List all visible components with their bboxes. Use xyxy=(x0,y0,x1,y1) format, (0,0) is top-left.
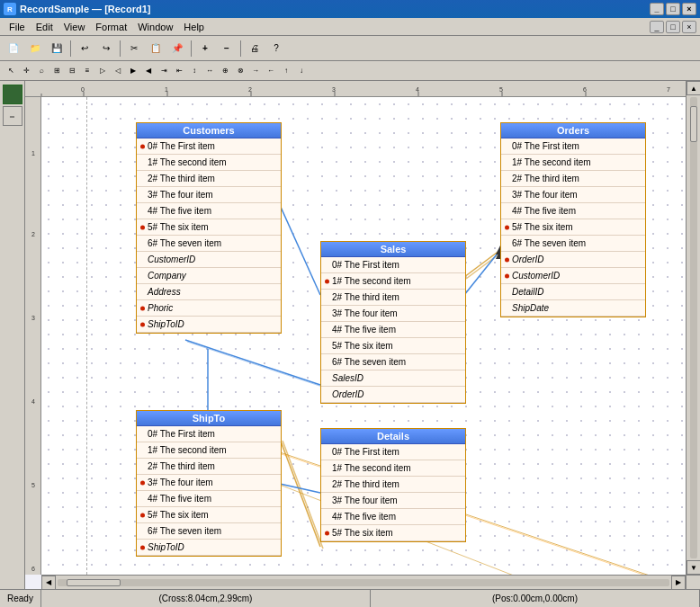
tb-remove[interactable]: − xyxy=(217,39,237,58)
tb-print[interactable]: 🖨 xyxy=(245,39,265,58)
svg-line-22 xyxy=(280,439,320,547)
scroll-left-btn[interactable]: ◀ xyxy=(41,576,56,590)
customers-row-4: 4# The five item xyxy=(137,203,281,219)
sales-field-salesid: SalesID xyxy=(321,370,465,387)
scroll-v-thumb[interactable] xyxy=(690,106,697,142)
customers-row-3: 3# The four item xyxy=(137,187,281,203)
scroll-down-btn[interactable]: ▼ xyxy=(687,560,700,575)
tb2-b13[interactable]: ⊗ xyxy=(233,64,247,78)
menu-help[interactable]: Help xyxy=(178,20,210,34)
tb2-b7[interactable]: ◀ xyxy=(141,64,156,78)
tb2-move[interactable]: ✛ xyxy=(19,64,33,78)
svg-line-36 xyxy=(187,342,322,387)
svg-text:1: 1 xyxy=(31,150,35,156)
svg-text:6: 6 xyxy=(583,86,587,93)
orders-row-3: 3# The four item xyxy=(501,187,645,203)
sales-row-1: 1# The second item xyxy=(321,273,465,290)
tb-copy[interactable]: 📋 xyxy=(146,39,166,58)
orders-row-1: 1# The second item xyxy=(501,155,645,171)
shipto-header: ShipTo xyxy=(137,411,281,426)
orders-row-2: 2# The third item xyxy=(501,171,645,187)
sales-field-orderid: OrderID xyxy=(321,387,465,403)
tb2-b10[interactable]: ↕ xyxy=(187,64,202,78)
maximize-button[interactable]: □ xyxy=(666,3,680,15)
tb2-b15[interactable]: ← xyxy=(264,64,278,78)
ruler-top: 0 1 2 3 4 5 6 7 xyxy=(25,81,686,97)
orders-field-detailid: DetailID xyxy=(501,284,645,300)
orders-row-0: 0# The First item xyxy=(501,138,645,155)
orders-row-6: 6# The seven item xyxy=(501,236,645,252)
scroll-v-track[interactable] xyxy=(690,97,697,558)
shipto-row-6: 6# The seven item xyxy=(137,523,281,540)
scroll-right-btn[interactable]: ▶ xyxy=(671,576,686,590)
tb2-b2[interactable]: ⊟ xyxy=(65,64,79,78)
svg-line-35 xyxy=(185,340,320,385)
tb2-cursor[interactable]: ↖ xyxy=(4,64,18,78)
tool-color1[interactable] xyxy=(3,85,22,104)
tb2-b8[interactable]: ⇥ xyxy=(157,64,171,78)
menu-window[interactable]: Window xyxy=(132,20,178,34)
details-row-4: 4# The five item xyxy=(321,509,465,525)
scroll-h-track[interactable] xyxy=(58,579,669,586)
toolbar-main: 📄 📁 💾 ↩ ↪ ✂ 📋 📌 + − 🖨 ? xyxy=(0,36,700,61)
orders-table: Orders 0# The First item 1# The second i… xyxy=(500,122,646,317)
customers-table: Customers 0# The First item 1# The secon… xyxy=(136,122,282,334)
menu-file[interactable]: File xyxy=(4,20,31,34)
sales-row-6: 6# The seven item xyxy=(321,354,465,370)
tb2-b5[interactable]: ◁ xyxy=(111,64,125,78)
tb-cut[interactable]: ✂ xyxy=(124,39,144,58)
tb2-b12[interactable]: ⊕ xyxy=(218,64,232,78)
tb-redo[interactable]: ↪ xyxy=(96,39,116,58)
tool-color2[interactable]: ═ xyxy=(3,106,22,126)
shipto-table: ShipTo 0# The First item 1# The second i… xyxy=(136,410,282,557)
shipto-row-2: 2# The third item xyxy=(137,459,281,475)
status-pos: (Pos:0.00cm,0.00cm) xyxy=(371,590,700,607)
tb2-b14[interactable]: → xyxy=(248,64,263,78)
status-cross: (Cross:8.04cm,2.99cm) xyxy=(41,590,371,607)
svg-text:7: 7 xyxy=(667,86,670,93)
inner-close-button[interactable]: × xyxy=(682,21,696,33)
tb2-b9[interactable]: ⇤ xyxy=(172,64,186,78)
scroll-h-thumb[interactable] xyxy=(67,579,121,586)
tb2-b1[interactable]: ⊞ xyxy=(49,64,64,78)
orders-row-5: 5# The six item xyxy=(501,219,645,236)
tb2-b3[interactable]: ≡ xyxy=(80,64,94,78)
inner-restore-button[interactable]: □ xyxy=(666,21,680,33)
canvas-content[interactable]: Customers 0# The First item 1# The secon… xyxy=(41,97,686,575)
tb-paste[interactable]: 📌 xyxy=(167,39,187,58)
svg-text:2: 2 xyxy=(31,231,35,237)
svg-text:2: 2 xyxy=(248,86,252,93)
customers-field-shiptoid: ShipToID xyxy=(137,317,281,333)
shipto-row-1: 1# The second item xyxy=(137,442,281,459)
inner-minimize-button[interactable]: _ xyxy=(650,21,664,33)
tb-undo[interactable]: ↩ xyxy=(75,39,94,58)
details-row-1: 1# The second item xyxy=(321,460,465,477)
svg-text:4: 4 xyxy=(416,86,419,93)
tb-save[interactable]: 💾 xyxy=(47,39,67,58)
sep1 xyxy=(70,40,71,57)
customers-row-2: 2# The third item xyxy=(137,171,281,187)
tb-add[interactable]: + xyxy=(195,39,215,58)
tb2-b11[interactable]: ↔ xyxy=(202,64,217,78)
customers-field-phoric: Phoric xyxy=(137,300,281,317)
tb2-b6[interactable]: ▶ xyxy=(126,64,140,78)
tb2-zoom[interactable]: ⌕ xyxy=(34,64,49,78)
tb2-b16[interactable]: ↑ xyxy=(279,64,293,78)
sales-row-2: 2# The third item xyxy=(321,290,465,306)
tb2-b17[interactable]: ↓ xyxy=(294,64,309,78)
tb-open[interactable]: 📁 xyxy=(25,39,45,58)
menu-format[interactable]: Format xyxy=(90,20,132,34)
svg-line-24 xyxy=(464,250,500,277)
canvas-area[interactable]: 0 1 2 3 4 5 6 7 1 xyxy=(25,81,700,589)
menu-edit[interactable]: Edit xyxy=(31,20,58,34)
tb-help[interactable]: ? xyxy=(266,39,286,58)
scrollbar-vertical[interactable]: ▲ ▼ xyxy=(686,81,700,575)
close-button[interactable]: × xyxy=(682,3,696,15)
tb-new[interactable]: 📄 xyxy=(4,39,23,58)
guide-line xyxy=(86,97,87,575)
scroll-up-btn[interactable]: ▲ xyxy=(687,81,700,95)
minimize-button[interactable]: _ xyxy=(650,3,664,15)
menu-view[interactable]: View xyxy=(58,20,91,34)
scrollbar-horizontal[interactable]: ◀ ▶ xyxy=(41,575,686,589)
tb2-b4[interactable]: ▷ xyxy=(95,64,110,78)
